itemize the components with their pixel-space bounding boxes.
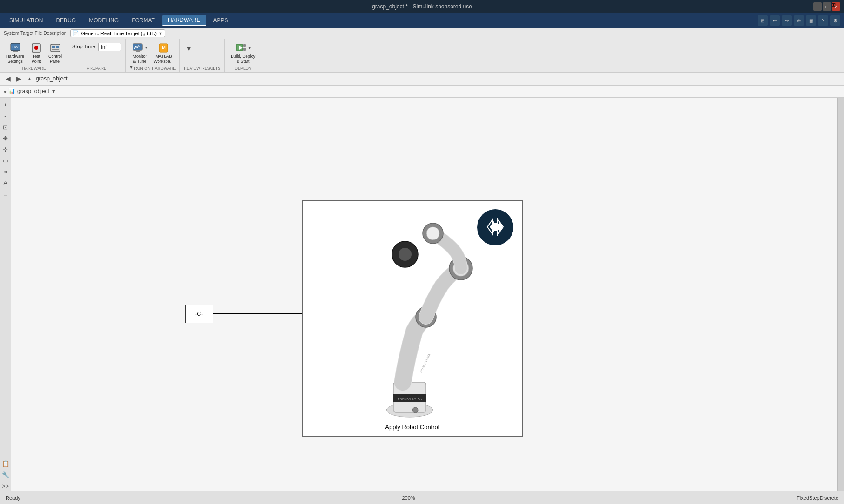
matlab-workspace-button[interactable]: M MATLABWorkspa... xyxy=(151,41,176,65)
hardware-settings-button[interactable]: HW HardwareSettings xyxy=(4,41,27,65)
prepare-section-label: PREPARE xyxy=(72,66,121,71)
matlab-workspace-label: MATLABWorkspa... xyxy=(153,54,173,64)
review-results-dropdown-icon: ▼ xyxy=(186,45,192,52)
nav-up-button[interactable]: ▲ xyxy=(25,75,34,82)
system-target-select[interactable]: 📄 Generic Real-Time Target (grt.tlc) ▼ xyxy=(70,29,165,37)
svg-rect-7 xyxy=(56,46,59,48)
system-target-value: Generic Real-Time Target (grt.tlc) xyxy=(81,31,157,36)
build-deploy-icon xyxy=(235,42,247,54)
build-deploy-label: Build, Deploy& Start xyxy=(231,54,255,64)
section-prepare: Stop Time PREPARE xyxy=(68,39,126,72)
system-target-icon: 📄 xyxy=(73,30,79,36)
window-title: grasp_object * - Simulink sponsored use xyxy=(372,3,472,10)
toolbar-buttons-row: HW HardwareSettings TestPoint xyxy=(0,39,844,72)
test-point-button[interactable]: TestPoint xyxy=(27,41,45,65)
deploy-section-label: DEPLOY xyxy=(228,66,258,71)
left-icon-bar: + - ⊡ ✥ ⊹ ▭ ≈ A ≡ 📋 🔧 >> xyxy=(0,98,11,494)
build-deploy-button[interactable]: ▼ Build, Deploy& Start xyxy=(228,41,258,65)
annotation-icon[interactable]: A xyxy=(1,179,10,188)
monitor-tune-button[interactable]: ▼ Monitor& Tune xyxy=(129,41,151,65)
svg-rect-1 xyxy=(13,51,18,52)
menu-hardware[interactable]: HARDWARE xyxy=(162,15,206,26)
menu-format[interactable]: FORMAT xyxy=(126,15,160,26)
model-bullet-icon: ● xyxy=(4,89,7,94)
control-panel-icon xyxy=(49,42,61,54)
main-toolbar: System Target File Description 📄 Generic… xyxy=(0,28,844,73)
toolbar-icon-5[interactable]: ▦ xyxy=(806,15,816,26)
robot-arm-svg: FRANKA EMIKA xyxy=(307,206,512,419)
robot-block[interactable]: FRANKA EMIKA xyxy=(302,200,523,437)
svg-text:FRANKA EMIKA: FRANKA EMIKA xyxy=(419,353,431,373)
solver-name: FixedStepDiscrete xyxy=(797,495,838,501)
svg-text:FRANKA EMIKA: FRANKA EMIKA xyxy=(398,397,422,400)
section-hardware: HW HardwareSettings TestPoint xyxy=(0,39,68,72)
monitor-tune-dropdown-icon: ▼ xyxy=(145,46,148,50)
toolbar-icon-6[interactable]: ? xyxy=(818,15,828,26)
toolbar-icon-7[interactable]: ⚙ xyxy=(830,15,840,26)
stop-time-group: Stop Time xyxy=(72,41,121,53)
const-block[interactable]: -C- xyxy=(185,305,213,323)
svg-rect-15 xyxy=(243,44,246,47)
menu-apps[interactable]: APPS xyxy=(208,15,234,26)
maximize-button[interactable]: □ xyxy=(823,2,831,11)
menu-debug[interactable]: DEBUG xyxy=(50,15,81,26)
scroll-bar-right[interactable] xyxy=(837,98,844,494)
run-buttons: ▼ Monitor& Tune M MATLABWorkspa... xyxy=(129,41,176,65)
control-panel-button[interactable]: ControlPanel xyxy=(46,41,64,65)
hardware-settings-icon: HW xyxy=(9,42,21,54)
system-target-row: System Target File Description 📄 Generic… xyxy=(0,28,844,39)
status-bar: Ready 200% FixedStepDiscrete xyxy=(0,491,844,504)
toolbar-icon-2[interactable]: ↩ xyxy=(770,15,780,26)
nav-right-icons: ⊞ ≡ xyxy=(831,2,840,8)
toolbar-icon-4[interactable]: ⊕ xyxy=(794,15,804,26)
sim-canvas[interactable]: -C- q_d FRANKA EMIKA xyxy=(11,98,837,494)
robot-block-label: Apply Robot Control xyxy=(303,424,522,431)
stop-time-input[interactable] xyxy=(98,43,121,51)
nav-back-button[interactable]: ◀ xyxy=(4,74,13,83)
fit-view-icon[interactable]: ⊡ xyxy=(1,123,10,132)
select-icon[interactable]: ⊹ xyxy=(1,145,10,154)
model-path-dropdown-icon[interactable]: ▼ xyxy=(51,88,56,94)
zoom-in-icon[interactable]: + xyxy=(1,100,10,110)
svg-text:M: M xyxy=(162,46,166,50)
system-target-label: System Target File Description xyxy=(4,31,66,36)
zoom-out-icon[interactable]: - xyxy=(1,112,10,121)
monitor-tune-label: Monitor& Tune xyxy=(133,54,147,64)
system-target-dropdown-icon: ▼ xyxy=(159,31,163,36)
review-results-section-label: REVIEW RESULTS xyxy=(184,66,220,71)
model-icon: 📊 xyxy=(8,88,15,94)
zoom-level: 200% xyxy=(402,495,415,501)
menu-bar: SIMULATION DEBUG MODELING FORMAT HARDWAR… xyxy=(0,13,844,28)
signal-icon[interactable]: ≈ xyxy=(1,167,10,177)
nav-bar: ◀ ▶ ▲ grasp_object ⊞ ≡ xyxy=(0,73,844,86)
test-point-icon xyxy=(30,42,42,54)
control-panel-label: ControlPanel xyxy=(48,54,62,64)
section-review-results: ▼ REVIEW RESULTS xyxy=(180,39,225,72)
minimize-button[interactable]: — xyxy=(813,2,822,11)
pan-icon[interactable]: ✥ xyxy=(1,134,10,143)
block-icon[interactable]: ▭ xyxy=(1,156,10,166)
nav-forward-button[interactable]: ▶ xyxy=(14,74,23,83)
bottom-icon-2[interactable]: 🔧 xyxy=(1,471,10,480)
toolbar-icon-1[interactable]: ⊞ xyxy=(758,15,768,26)
svg-point-4 xyxy=(34,46,38,50)
hardware-buttons: HW HardwareSettings TestPoint xyxy=(4,41,64,65)
params-icon[interactable]: ≡ xyxy=(1,190,10,199)
nav-icon-2[interactable]: ≡ xyxy=(837,2,840,8)
menu-modeling[interactable]: MODELING xyxy=(83,15,124,26)
menu-simulation[interactable]: SIMULATION xyxy=(4,15,48,26)
signal-arrow-line xyxy=(213,313,306,314)
svg-text:HW: HW xyxy=(12,45,19,49)
model-path-text: grasp_object xyxy=(17,88,49,94)
nav-icon-1[interactable]: ⊞ xyxy=(831,2,836,8)
deploy-buttons: ▼ Build, Deploy& Start xyxy=(228,41,258,65)
model-path-row: ● 📊 grasp_object ▼ xyxy=(0,86,844,98)
toolbar-icon-3[interactable]: ↪ xyxy=(782,15,792,26)
section-deploy: ▼ Build, Deploy& Start DEPLOY xyxy=(225,39,261,72)
svg-rect-16 xyxy=(243,48,246,51)
section-run-on-hardware: ▼ Monitor& Tune M MATLABWorkspa... ▼ xyxy=(126,39,180,72)
bottom-icon-3[interactable]: >> xyxy=(1,482,10,491)
bottom-icon-1[interactable]: 📋 xyxy=(1,459,10,469)
svg-rect-8 xyxy=(52,49,59,50)
stop-time-label: Stop Time xyxy=(72,44,95,50)
